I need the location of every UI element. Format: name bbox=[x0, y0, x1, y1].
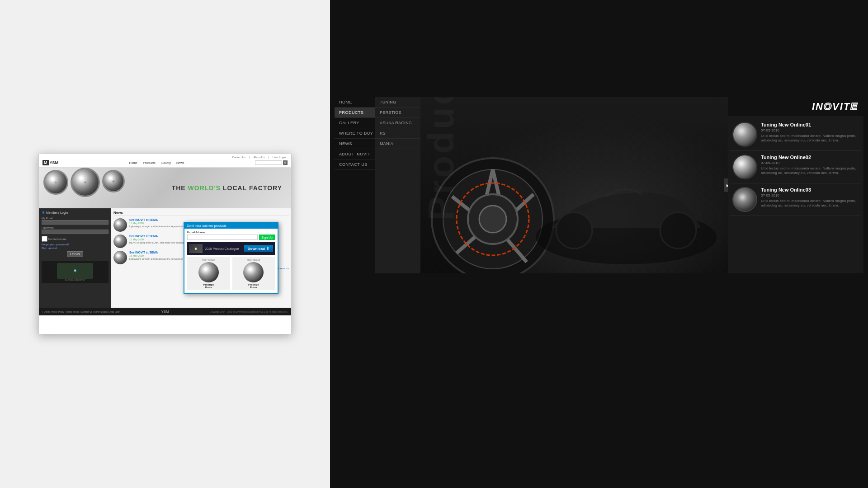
inovit-logo-bar: INOVITE bbox=[728, 97, 863, 116]
sidebar-item-products[interactable]: PRODUCTS bbox=[335, 108, 375, 118]
ysm-nav: Home Products Gallery News bbox=[129, 161, 184, 164]
sidebar-item-contact[interactable]: CONTACT US bbox=[335, 160, 375, 170]
hero-wheels bbox=[43, 170, 125, 197]
footer-copyright: Copyright 2004 - 2009 YSM Wheels Manufac… bbox=[210, 310, 288, 313]
hot-product-1: Hot Product Prestige Rotor bbox=[187, 257, 230, 290]
login-button[interactable]: LOGIN bbox=[67, 251, 83, 257]
hot-sub-1: Rotor bbox=[189, 286, 229, 289]
search-input[interactable] bbox=[255, 160, 282, 165]
hero-text: THE WORLD'S LOCAL FACTORY bbox=[172, 184, 282, 192]
left-panel: Contact Us | About Us | User Login M YSM… bbox=[0, 0, 330, 488]
sidebar-item-gallery[interactable]: GALLERY bbox=[335, 118, 375, 128]
nav-products[interactable]: Products bbox=[143, 161, 156, 164]
news-date-2: 07-05-2010 bbox=[761, 161, 859, 165]
inovit-right-panel: INOVITE Tuning New Online01 07-05-2010 U… bbox=[728, 97, 863, 273]
nav-home[interactable]: Home bbox=[129, 161, 138, 164]
nav-gallery[interactable]: Gallery bbox=[161, 161, 171, 164]
global-label: GLOBAL INDUSTRY bbox=[65, 279, 86, 282]
hero-worlds: WORLD'S bbox=[188, 184, 221, 192]
signup-link[interactable]: Sign up now! bbox=[42, 247, 108, 249]
news-title: News bbox=[113, 211, 289, 216]
hot-label-1: Hot Product bbox=[189, 258, 229, 261]
hot-label-2: Hot Product bbox=[234, 258, 274, 261]
email-input[interactable] bbox=[42, 220, 108, 225]
sub-item-mania[interactable]: MANIA bbox=[375, 139, 420, 149]
list-item: Tuning New Online03 07-05-2010 Ut id lec… bbox=[730, 183, 861, 216]
search-button[interactable]: 🔍 bbox=[283, 160, 288, 165]
ysm-website: Contact Us | About Us | User Login M YSM… bbox=[38, 154, 292, 334]
topbar-contact[interactable]: Contact Us bbox=[232, 156, 245, 159]
email-label: My Email: bbox=[42, 217, 108, 220]
news-wheel-1 bbox=[113, 218, 127, 232]
hero-rest: LOCAL FACTORY bbox=[223, 184, 282, 192]
topbar-about[interactable]: About Us bbox=[254, 156, 265, 159]
popup-signup-button[interactable]: Sign Up bbox=[259, 235, 275, 240]
news-thumb-2 bbox=[732, 155, 757, 179]
remember-checkbox[interactable] bbox=[42, 236, 47, 242]
inovit-logo-o: O bbox=[824, 101, 832, 112]
svg-point-13 bbox=[660, 212, 696, 249]
sidebar-item-about[interactable]: ABOUT INOVIT bbox=[335, 149, 375, 160]
logo-text: YSM bbox=[50, 160, 59, 165]
login-panel: 👤 Members Login My Email: Password: Reme… bbox=[39, 208, 111, 308]
sidebar-item-where-to-buy[interactable]: WHERE TO BUY bbox=[335, 128, 375, 139]
sub-item-perstige[interactable]: PERSTIGE bbox=[375, 108, 420, 118]
sidebar-item-home[interactable]: HOME bbox=[335, 97, 375, 108]
hero-title: THE WORLD'S LOCAL FACTORY bbox=[172, 184, 282, 192]
news-desc-2: Ut id lectus sed mi malesuada ornare. Nu… bbox=[761, 166, 859, 176]
news-wheel-3 bbox=[113, 251, 127, 264]
remember-label: Remember me bbox=[48, 238, 66, 240]
news-date-1: 07-05-2010 bbox=[761, 128, 859, 132]
news-section: News See INOVIT at SEMA 15 May 2009 Ligh… bbox=[111, 208, 291, 308]
hero-wheel-2 bbox=[71, 168, 100, 197]
popup-email-input[interactable] bbox=[187, 235, 258, 240]
inovit-main-image: Product ▶ bbox=[420, 97, 728, 273]
svg-point-12 bbox=[556, 212, 592, 249]
news-desc-3: Ut id lectus sed mi malesuada ornare. Nu… bbox=[761, 199, 859, 208]
hero-the: THE bbox=[172, 184, 186, 192]
popup-download-button[interactable]: Download ⬇ bbox=[244, 245, 273, 252]
inovit-logo-e: E bbox=[850, 101, 858, 112]
hot-product-2: Hot Product Prestige Rotor bbox=[232, 257, 275, 290]
topbar-sep2: | bbox=[268, 156, 269, 159]
car-background bbox=[420, 97, 728, 273]
logo-m-icon: M bbox=[42, 160, 49, 165]
login-title-text: Members Login bbox=[46, 211, 68, 214]
hot-wheel-2 bbox=[243, 262, 264, 282]
popup-download: 📋 2010 Product Catalogue Download ⬇ bbox=[187, 242, 275, 255]
popup-hot-products: Hot Product Prestige Rotor Hot Product P… bbox=[187, 257, 275, 290]
login-title: 👤 Members Login bbox=[42, 211, 108, 214]
news-title-1[interactable]: Tuning New Online01 bbox=[761, 122, 859, 127]
sub-item-asuka[interactable]: ASUKA RACING bbox=[375, 118, 420, 128]
topbar-login[interactable]: User Login bbox=[273, 156, 286, 159]
download-icon: ⬇ bbox=[266, 247, 269, 251]
news-headline-1[interactable]: See INOVIT at SEMA bbox=[129, 218, 209, 221]
ysm-content: 👤 Members Login My Email: Password: Reme… bbox=[39, 208, 291, 308]
sub-item-tuning[interactable]: TUNING bbox=[375, 97, 420, 108]
map-graphic: 🌍 bbox=[57, 263, 93, 279]
nav-news[interactable]: News bbox=[176, 161, 184, 164]
hero-wheel-3 bbox=[102, 170, 125, 192]
popup-download-text: 2010 Product Catalogue bbox=[205, 247, 239, 250]
inovit-container: HOME PRODUCTS GALLERY WHERE TO BUY NEWS … bbox=[335, 97, 863, 273]
news-content-3: Tuning New Online03 07-05-2010 Ut id lec… bbox=[761, 187, 859, 208]
sub-item-rs[interactable]: RS bbox=[375, 128, 420, 139]
footer-logo: YSM bbox=[161, 310, 169, 314]
news-title-2[interactable]: Tuning New Online02 bbox=[761, 155, 859, 160]
ysm-logo: M YSM bbox=[42, 160, 58, 165]
popup-email-row: Sign Up bbox=[187, 235, 275, 240]
popup-email-label: E-mail Address: bbox=[187, 231, 275, 234]
sidebar-toggle[interactable]: ▶ bbox=[724, 178, 728, 192]
sidebar-item-news[interactable]: NEWS bbox=[335, 139, 375, 149]
hot-sub-2: Rotor bbox=[234, 286, 274, 289]
popup-download-label: Download bbox=[248, 247, 265, 251]
password-input[interactable] bbox=[42, 230, 108, 234]
popup-header: Don't miss out new products bbox=[184, 223, 278, 229]
hot-wheel-1 bbox=[198, 262, 219, 282]
forgot-link[interactable]: Forget your password? bbox=[42, 243, 108, 246]
password-field-group: Password: bbox=[42, 226, 108, 234]
news-title-3[interactable]: Tuning New Online03 bbox=[761, 187, 859, 192]
ysm-navbar: M YSM Home Products Gallery News 🔍 bbox=[42, 160, 288, 165]
car-silhouette bbox=[524, 138, 728, 273]
topbar-sep1: | bbox=[249, 156, 250, 159]
